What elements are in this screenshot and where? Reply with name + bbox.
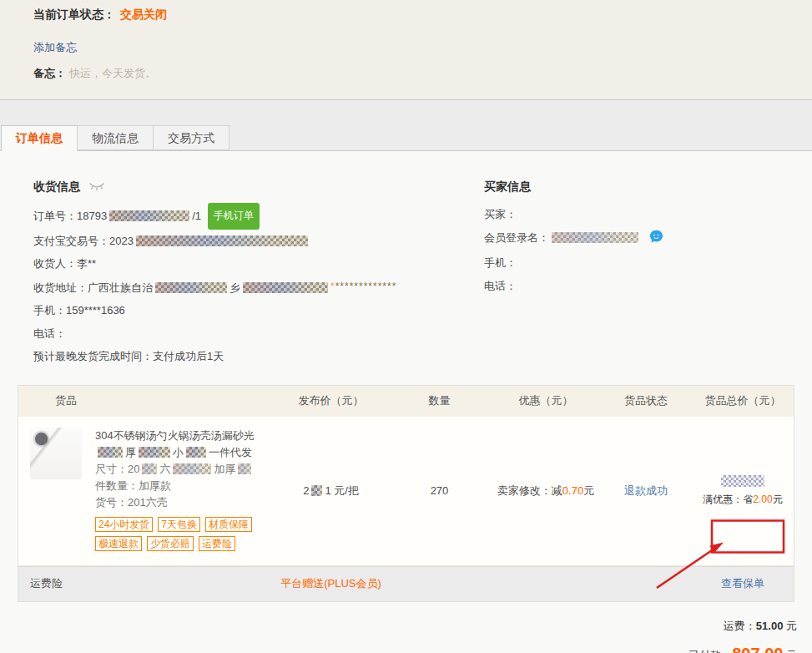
consignee-value: 李** bbox=[77, 257, 96, 270]
order-number-suffix: /1 bbox=[192, 210, 201, 222]
buyer-info-title: 买家信息 bbox=[484, 180, 784, 195]
shipping-info-section: 收货信息 订单号：18793/1手机订单 支付宝交易号：2023 收货人：李**… bbox=[33, 180, 484, 368]
memo-line: 备忘：快运，今天发货。 bbox=[33, 66, 812, 81]
product-cell: 304不锈钢汤勺火锅汤壳汤漏砂光 厚小一件代发 尺寸：20六加厚 件数量：加厚款… bbox=[18, 417, 275, 565]
order-number-prefix: 18793 bbox=[77, 210, 107, 222]
tab-trade-method[interactable]: 交易方式 bbox=[153, 125, 229, 150]
order-status-label: 当前订单状态： bbox=[33, 8, 115, 21]
view-policy-link[interactable]: 查看保单 bbox=[721, 577, 764, 590]
wangwang-chat-icon[interactable] bbox=[649, 234, 663, 246]
login-name-row: 会员登录名： bbox=[484, 226, 784, 252]
tag-shortage-compensation: 少货必赔 bbox=[147, 536, 194, 551]
product-piece-line: 件数量：加厚款 bbox=[95, 478, 274, 494]
memo-value: 快运，今天发货。 bbox=[69, 67, 156, 79]
tag-24h-ship: 24小时发货 bbox=[95, 517, 153, 532]
tag-7day-exchange: 7天包换 bbox=[158, 517, 200, 532]
tab-bar: 订单信息 物流信息 交易方式 bbox=[0, 100, 812, 151]
tab-order-info-label: 订单信息 bbox=[16, 131, 63, 144]
hide-eye-icon[interactable] bbox=[88, 180, 105, 194]
product-title-line2: 厚小一件代发 bbox=[95, 444, 274, 461]
product-thumbnail[interactable] bbox=[30, 428, 82, 479]
quantity-cell: 270 bbox=[387, 417, 492, 565]
phone-row: 电话： bbox=[33, 322, 484, 346]
refund-status-link[interactable]: 退款成功 bbox=[624, 483, 668, 499]
total-price-redacted bbox=[721, 475, 764, 487]
order-status-value: 交易关闭 bbox=[120, 8, 167, 21]
col-header-goods: 货品 bbox=[18, 393, 275, 408]
tab-logistics-info[interactable]: 物流信息 bbox=[77, 125, 154, 150]
mobile-row: 手机：159****1636 bbox=[33, 299, 484, 322]
login-name-redacted bbox=[552, 232, 638, 243]
address-prefix: 广西壮族自治 bbox=[88, 281, 153, 294]
shipping-fee-value: 51.00 bbox=[756, 620, 784, 632]
promo-amount: 2.00 bbox=[753, 494, 772, 505]
order-number-redacted bbox=[109, 210, 189, 221]
tag-material-guarantee: 材质保障 bbox=[205, 517, 252, 532]
goods-table-header: 货品 发布价（元） 数量 优惠（元） 货品状态 货品总价（元） bbox=[18, 386, 794, 417]
add-memo-link[interactable]: 添加备忘 bbox=[33, 40, 77, 55]
product-sku-line: 货号：201六壳 bbox=[95, 494, 274, 511]
paid-amount-value: 807.00 bbox=[732, 645, 783, 653]
status-cell: 退款成功 bbox=[600, 417, 692, 565]
alipay-number-prefix: 2023 bbox=[109, 235, 134, 247]
alipay-number-redacted bbox=[136, 235, 308, 246]
address-mask: ************* bbox=[335, 281, 397, 292]
order-status-line: 当前订单状态：交易关闭 bbox=[33, 0, 812, 23]
tab-logistics-info-label: 物流信息 bbox=[92, 131, 139, 144]
order-status-panel: 当前订单状态：交易关闭 添加备忘 备忘：快运，今天发货。 bbox=[0, 0, 812, 100]
discount-cell: 卖家修改：减0.70元 bbox=[492, 417, 600, 565]
address-mid: 乡 bbox=[229, 281, 240, 294]
col-header-status: 货品状态 bbox=[600, 393, 692, 408]
order-number-row: 订单号：18793/1手机订单 bbox=[33, 203, 484, 230]
address-redacted-2 bbox=[243, 282, 328, 293]
price-redacted bbox=[311, 485, 322, 496]
freight-insurance-label: 运费险 bbox=[18, 576, 275, 591]
memo-label: 备忘： bbox=[33, 67, 66, 79]
goods-table-row: 304不锈钢汤勺火锅汤壳汤漏砂光 厚小一件代发 尺寸：20六加厚 件数量：加厚款… bbox=[18, 417, 794, 566]
address-redacted-1 bbox=[155, 282, 227, 293]
goods-table: 货品 发布价（元） 数量 优惠（元） 货品状态 货品总价（元） 304不锈钢汤勺… bbox=[18, 385, 794, 602]
mobile-order-badge: 手机订单 bbox=[208, 203, 260, 230]
alipay-number-row: 支付宝交易号：2023 bbox=[33, 230, 484, 253]
eta-row: 预计最晚发货完成时间：支付成功后1天 bbox=[33, 345, 484, 368]
mobile-value: 159****1636 bbox=[66, 304, 125, 316]
freight-insurance-source: 平台赠送(PLUS会员) bbox=[275, 576, 387, 591]
shipping-info-title: 收货信息 bbox=[33, 180, 484, 195]
col-header-quantity: 数量 bbox=[387, 393, 492, 408]
col-header-discount: 优惠（元） bbox=[492, 393, 600, 408]
buyer-info-section: 买家信息 买家： 会员登录名： 手机： 电话： bbox=[484, 180, 784, 368]
tab-trade-method-label: 交易方式 bbox=[168, 131, 214, 144]
view-policy-cell: 查看保单 bbox=[692, 576, 794, 591]
buyer-row: 买家： bbox=[484, 203, 784, 226]
order-info-section: 收货信息 订单号：18793/1手机订单 支付宝交易号：2023 收货人：李**… bbox=[0, 151, 812, 368]
freight-insurance-row: 运费险 平台赠送(PLUS会员) 查看保单 bbox=[18, 566, 794, 601]
shipping-fee-row: 运费：51.00 元 bbox=[0, 619, 797, 634]
buyer-phone-row: 电话： bbox=[484, 275, 784, 298]
paid-amount-row: 已付款：807.00 元 bbox=[0, 645, 797, 653]
price-cell: 21 元/把 bbox=[275, 417, 387, 565]
product-size-line: 尺寸：20六加厚 bbox=[95, 461, 274, 478]
discount-amount: 0.70 bbox=[562, 484, 583, 497]
consignee-row: 收货人：李** bbox=[33, 252, 484, 276]
tag-freight-insurance: 运费险 bbox=[199, 536, 235, 551]
eta-value: 支付成功后1天 bbox=[153, 350, 224, 362]
product-title-line1: 304不锈钢汤勺火锅汤壳汤漏砂光 bbox=[95, 428, 274, 444]
order-totals: 运费：51.00 元 已付款：807.00 元 已退款：807.00 元 bbox=[0, 619, 812, 653]
total-cell: 满优惠：省2.00元 bbox=[692, 417, 794, 565]
tag-fast-refund: 极速退款 bbox=[95, 536, 142, 551]
col-header-price: 发布价（元） bbox=[275, 393, 387, 408]
col-header-total: 货品总价（元） bbox=[692, 393, 794, 408]
service-tags: 24小时发货 7天包换 材质保障 极速退款 少货必赔 运费险 bbox=[95, 517, 270, 555]
product-info: 304不锈钢汤勺火锅汤壳汤漏砂光 厚小一件代发 尺寸：20六加厚 件数量：加厚款… bbox=[95, 428, 274, 555]
tab-order-info[interactable]: 订单信息 bbox=[1, 125, 78, 151]
buyer-mobile-row: 手机： bbox=[484, 251, 784, 275]
order-detail-page: 当前订单状态：交易关闭 添加备忘 备忘：快运，今天发货。 订单信息 物流信息 交… bbox=[0, 0, 812, 653]
promo-line: 满优惠：省2.00元 bbox=[703, 493, 782, 507]
address-row: 收货地址：广西壮族自治乡************** bbox=[33, 276, 484, 300]
